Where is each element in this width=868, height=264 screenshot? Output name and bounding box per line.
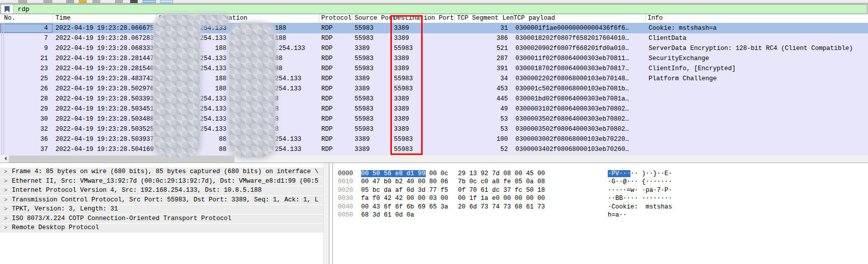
details-vertical-scrollbar[interactable] — [323, 163, 329, 264]
display-filter-text: rdp — [18, 6, 29, 13]
column-header-no-[interactable]: No. — [0, 14, 53, 23]
cell-source-port: 55983 — [353, 54, 391, 64]
cell-source-port: 55983 — [353, 124, 391, 134]
cell-source-port: 55983 — [353, 94, 391, 104]
hex-dump-row[interactable]: 000000 50 56 e8 d1 99 00 0c29 13 92 7d 0… — [338, 170, 868, 178]
toolbar-icon-9-icon[interactable] — [160, 0, 173, 3]
detail-tree-row[interactable]: >Frame 4: 85 bytes on wire (680 bits), 8… — [0, 168, 323, 177]
hex-bytes-group-2[interactable]: 0f 70 61 dc 37 fc 50 18 — [458, 186, 550, 194]
packet-row[interactable]: 262022-04-19 19:23:28.502976188254.133RD… — [0, 84, 868, 94]
filter-bookmark-button[interactable] — [1, 5, 14, 14]
hex-dump-row[interactable]: 001000 47 b0 b2 40 00 80 067b 0c c0 a8 f… — [338, 178, 868, 186]
hex-bytes-group-1[interactable]: 68 3d 61 0d 0a — [361, 211, 453, 219]
hex-bytes-group-1[interactable]: 05 bc da af 0d 3d 77 f5 — [361, 186, 453, 194]
cell-tcp-segment-len: 521 — [455, 43, 511, 54]
packet-row[interactable]: 212022-04-19 19:23:28.2814473.254.13388R… — [0, 54, 868, 64]
toolbar-icon-8-icon[interactable] — [143, 0, 156, 3]
cell-source-port: 3389 — [353, 74, 391, 84]
hex-bytes-group-1[interactable]: 00 43 6f 6f 6b 69 65 3a — [361, 203, 453, 211]
bookmark-icon — [5, 6, 10, 13]
horizontal-scrollbar-thumb[interactable] — [9, 155, 235, 163]
toolbar-icon-1-icon[interactable] — [18, 0, 27, 3]
hex-ascii-column[interactable]: ·PV····· )··}··E· — [608, 170, 672, 177]
hex-bytes-group-1[interactable]: 00 50 56 e8 d1 99 00 0c — [361, 170, 453, 178]
scroll-left-button[interactable] — [0, 155, 9, 163]
main-toolbar — [0, 0, 868, 4]
hex-bytes-group-2[interactable]: 00 1f 1a e0 00 00 00 00 — [458, 194, 550, 202]
expand-chevron-icon[interactable]: > — [4, 225, 8, 231]
detail-tree-row[interactable]: >TPKT, Version: 3, Length: 31 — [0, 205, 323, 214]
packet-row[interactable]: 252022-04-19 19:23:28.483742188254.133RD… — [0, 74, 868, 84]
column-header-tcp-payload[interactable]: TCP payload — [511, 14, 646, 23]
cell-time: 2022-04-19 19:23:28.504169 — [53, 144, 156, 154]
toolbar-icon-6-icon[interactable] — [115, 0, 123, 3]
cell-protocol: RDP — [319, 94, 353, 104]
cell-protocol: RDP — [319, 104, 353, 114]
toolbar-icon-2-icon[interactable] — [43, 0, 52, 3]
hex-ascii-column[interactable]: ·····=w· ·pa·7·P· — [608, 187, 672, 194]
expand-chevron-icon[interactable]: > — [4, 206, 8, 212]
horizontal-scrollbar[interactable] — [0, 154, 868, 163]
column-header-tcp-segment-len[interactable]: TCP Segment Len — [455, 14, 511, 23]
cell-tcp-payload: 0300003102f08064000303eb70802… — [511, 104, 646, 114]
expand-chevron-icon[interactable]: > — [4, 169, 8, 175]
pane-splitter[interactable] — [329, 163, 333, 264]
toolbar-icon-7-icon[interactable] — [130, 0, 138, 3]
hex-bytes-group-2[interactable]: 7b 0c c0 a8 fe 85 0a 08 — [458, 178, 550, 186]
toolbar-icon-4-icon[interactable] — [79, 0, 87, 3]
detail-tree-row[interactable]: >Remote Desktop Protocol — [0, 224, 323, 233]
toolbar-icon-3-icon[interactable] — [66, 0, 74, 3]
expand-chevron-icon[interactable]: > — [4, 216, 8, 222]
detail-tree-row[interactable]: >Internet Protocol Version 4, Src: 192.1… — [0, 186, 323, 195]
detail-tree-row[interactable]: >Transmission Control Protocol, Src Port… — [0, 196, 323, 205]
hex-ascii-column[interactable]: ··BB···· ········ — [608, 195, 672, 202]
hex-dump-row[interactable]: 002005 bc da af 0d 3d 77 f50f 70 61 dc 3… — [338, 186, 868, 194]
cell-protocol: RDP — [319, 144, 353, 154]
hex-dump-row[interactable]: 005068 3d 61 0d 0ah=a·· — [338, 211, 868, 219]
display-filter-input[interactable]: rdp — [1, 4, 867, 14]
packet-row[interactable]: 92022-04-19 19:23:28.068333188.254.133RD… — [0, 43, 868, 54]
packet-row[interactable]: 302022-04-19 19:23:28.503488.254.1338RDP… — [0, 114, 868, 124]
detail-tree-row[interactable]: >Ethernet II, Src: VMware_13:92:7d (00:0… — [0, 177, 323, 186]
column-header-label: No. — [4, 15, 16, 22]
cell-protocol: RDP — [319, 124, 353, 134]
column-header-destination[interactable]: Destination — [228, 14, 319, 23]
hex-offset-label: 0010 — [338, 178, 361, 186]
column-header-time[interactable]: Time — [53, 14, 156, 23]
cell-tcp-segment-len: 445 — [455, 94, 511, 104]
hex-bytes-group-1[interactable]: 00 47 b0 b2 40 00 80 06 — [361, 178, 453, 186]
hex-ascii-column[interactable]: ·G··@··· {······· — [608, 178, 672, 185]
cell-source-port: 55983 — [353, 114, 391, 124]
hex-offset-label: 0000 — [338, 170, 361, 178]
cell-info — [646, 134, 868, 144]
hex-dump-row[interactable]: 004000 43 6f 6f 6b 69 65 3a20 6d 73 74 7… — [338, 203, 868, 211]
column-header-source-port[interactable]: Source Port — [353, 14, 391, 23]
expand-chevron-icon[interactable]: > — [4, 187, 8, 193]
cell-no: 21 — [0, 54, 53, 64]
packet-row[interactable]: 292022-04-19 19:23:28.503451.254.1338RDP… — [0, 104, 868, 114]
expand-chevron-icon[interactable]: > — [4, 178, 8, 184]
packet-row[interactable]: 322022-04-19 19:23:28.503525254.1338RDP5… — [0, 124, 868, 134]
toolbar-icon-5-icon[interactable] — [92, 0, 100, 3]
cell-time: 2022-04-19 19:23:28.503937 — [53, 134, 156, 144]
hex-bytes-group-2[interactable]: 20 6d 73 74 73 68 61 73 — [458, 203, 550, 211]
hex-ascii-column[interactable]: ·Cookie: mstshas — [608, 203, 672, 210]
detail-tree-row[interactable]: >ISO 8073/X.224 COTP Connection-Oriented… — [0, 215, 323, 224]
column-header-protocol[interactable]: Protocol — [319, 14, 353, 23]
packet-row[interactable]: 362022-04-19 19:23:28.50393788254.133RDP… — [0, 134, 868, 144]
packet-list-header: No.TimeSourceDestinationProtocolSource P… — [0, 14, 868, 23]
column-header-info[interactable]: Info — [646, 14, 868, 23]
hex-bytes-group-2[interactable]: 29 13 92 7d 08 00 45 00 — [458, 170, 550, 178]
annotation-red-box-destination-port — [390, 15, 423, 155]
packet-row[interactable]: 232022-04-19 19:23:28.2815403.254.13388R… — [0, 64, 868, 74]
hex-ascii-column[interactable]: h=a·· — [608, 212, 627, 219]
packet-row[interactable]: 282022-04-19 19:23:28.503393.254.1338RDP… — [0, 94, 868, 104]
hex-bytes-group-1[interactable]: fa f0 42 42 00 00 03 00 — [361, 194, 453, 202]
packet-row[interactable]: 372022-04-19 19:23:28.50416988254.133RDP… — [0, 144, 868, 154]
packet-row[interactable]: 72022-04-19 19:23:28.067283.254.133188RD… — [0, 33, 868, 43]
cell-tcp-segment-len: 31 — [455, 23, 511, 33]
expand-chevron-icon[interactable]: > — [4, 197, 8, 203]
hex-dump-row[interactable]: 0030fa f0 42 42 00 00 03 0000 1f 1a e0 0… — [338, 194, 868, 202]
packet-row[interactable]: 42022-04-19 19:23:28.066675254.133188RDP… — [0, 23, 868, 33]
related-packet-gutter-line — [4, 23, 4, 154]
